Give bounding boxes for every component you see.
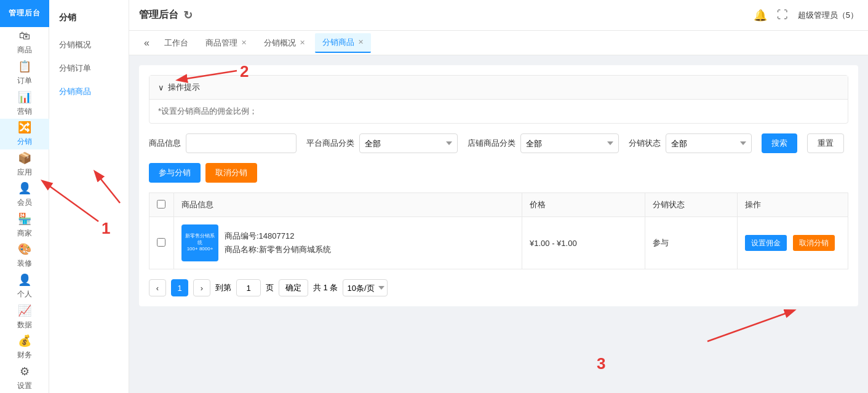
- col-dist-status: 分销状态: [645, 193, 738, 217]
- pagination: ‹ 1 › 到第 页 确定 共 1 条 10条/页 20条/页 50条/页: [149, 279, 848, 296]
- decoration-icon: 🎨: [18, 242, 31, 256]
- sidebar-item-goods[interactable]: 🛍 商品: [0, 27, 49, 58]
- page-label: 页: [266, 282, 274, 293]
- header-left: 管理后台 ↻: [139, 9, 193, 22]
- members-icon: 👤: [18, 181, 31, 195]
- sidebar-item-decoration[interactable]: 🎨 装修: [0, 240, 49, 271]
- dist-status-select[interactable]: 全部: [666, 133, 752, 153]
- per-page-select[interactable]: 10条/页 20条/页 50条/页: [343, 279, 388, 296]
- product-info-form-item: 商品信息: [149, 133, 297, 153]
- row-checkbox[interactable]: [157, 238, 165, 247]
- main-area: 管理后台 ↻ 🔔 ⛶ 超级管理员（5） « 工作台 商品管理 ✕ 分销概况 ✕ …: [129, 0, 868, 393]
- tab-bar: « 工作台 商品管理 ✕ 分销概况 ✕ 分销商品 ✕: [129, 31, 868, 55]
- row-ops-cell: 设置佣金 取消分销: [738, 217, 848, 269]
- tab-dist-products[interactable]: 分销商品 ✕: [315, 33, 371, 53]
- tab-close-icon[interactable]: ✕: [241, 39, 247, 47]
- select-all-col: [149, 193, 174, 217]
- action-row: 参与分销 取消分销: [149, 163, 848, 183]
- sub-sidebar-item-overview[interactable]: 分销概况: [49, 33, 129, 57]
- next-page-btn[interactable]: ›: [193, 279, 210, 296]
- product-info-input[interactable]: [186, 133, 297, 153]
- product-thumbnail: 新零售分销系统100+ 8000+: [181, 224, 218, 261]
- tab-label: 分销商品: [322, 37, 354, 48]
- sidebar-item-label: 设置: [17, 381, 32, 391]
- product-details: 商品编号:14807712 商品名称:新零售分销商城系统: [225, 231, 331, 255]
- settings-icon: ⚙: [20, 365, 30, 378]
- chevron-down-icon: ∨: [158, 83, 164, 92]
- sidebar-item-orders[interactable]: 📋 订单: [0, 58, 49, 89]
- tab-close-icon[interactable]: ✕: [358, 38, 364, 46]
- sub-sidebar-item-orders[interactable]: 分销订单: [49, 57, 129, 80]
- goto-confirm-btn[interactable]: 确定: [279, 279, 308, 296]
- sidebar-item-label: 订单: [17, 76, 32, 86]
- cancel-distribution-button[interactable]: 取消分销: [205, 163, 257, 183]
- row-dist-status-cell: 参与: [645, 217, 738, 269]
- tab-goods-mgmt[interactable]: 商品管理 ✕: [198, 34, 254, 52]
- sidebar-item-label: 营销: [17, 106, 32, 117]
- sidebar-item-finance[interactable]: 💰 财务: [0, 332, 49, 363]
- sidebar-item-label: 个人: [17, 289, 32, 300]
- tab-label: 工作台: [164, 38, 188, 49]
- sidebar-item-label: 装修: [17, 258, 32, 269]
- sidebar-item-merchants[interactable]: 🏪 商家: [0, 210, 49, 241]
- platform-category-form-item: 平台商品分类 全部: [306, 133, 458, 153]
- sub-sidebar: 分销 分销概况 分销订单 分销商品: [49, 0, 129, 393]
- prev-page-btn[interactable]: ‹: [149, 279, 166, 296]
- user-name[interactable]: 超级管理员（5）: [798, 10, 858, 21]
- reset-button[interactable]: 重置: [807, 133, 844, 153]
- apps-icon: 📦: [18, 151, 31, 165]
- refresh-icon[interactable]: ↻: [183, 9, 193, 22]
- select-all-checkbox[interactable]: [157, 200, 165, 208]
- row-price-cell: ¥1.00 - ¥1.00: [522, 217, 645, 269]
- total-label: 共 1 条: [313, 282, 338, 293]
- op-hint-title: 操作提示: [168, 82, 200, 93]
- notification-icon[interactable]: 🔔: [754, 9, 767, 22]
- sidebar-item-distribution[interactable]: 🔀 分销: [0, 119, 49, 149]
- tab-collapse-btn[interactable]: «: [139, 38, 154, 49]
- header-right: 🔔 ⛶ 超级管理员（5）: [754, 9, 858, 22]
- join-distribution-button[interactable]: 参与分销: [149, 163, 201, 183]
- op-hint-content: *设置分销商品的佣金比例；: [158, 106, 257, 116]
- sub-sidebar-item-products[interactable]: 分销商品: [49, 80, 129, 103]
- sidebar-item-label: 财务: [17, 350, 32, 360]
- tab-workbench[interactable]: 工作台: [157, 34, 196, 52]
- distribution-icon: 🔀: [18, 121, 31, 134]
- app-title: 管理后台: [139, 9, 178, 22]
- col-product-info: 商品信息: [174, 193, 522, 217]
- col-ops: 操作: [738, 193, 848, 217]
- sidebar: 管理后台 🛍 商品 📋 订单 📊 营销 🔀 分销 📦 应用 👤 会员 🏪 商家 …: [0, 0, 49, 393]
- platform-category-label: 平台商品分类: [306, 138, 354, 149]
- shop-category-form-item: 店铺商品分类 全部: [468, 133, 619, 153]
- tab-close-icon[interactable]: ✕: [300, 39, 305, 47]
- sidebar-item-apps[interactable]: 📦 应用: [0, 149, 49, 180]
- sidebar-item-personal[interactable]: 👤 个人: [0, 271, 49, 302]
- sidebar-item-marketing[interactable]: 📊 营销: [0, 88, 49, 119]
- top-header: 管理后台 ↻ 🔔 ⛶ 超级管理员（5）: [129, 0, 868, 31]
- sidebar-item-members[interactable]: 👤 会员: [0, 180, 49, 210]
- sidebar-item-label: 商品: [17, 45, 32, 55]
- table-row: 新零售分销系统100+ 8000+ 商品编号:14807712 商品名称:新零售…: [149, 217, 848, 269]
- page-1-btn[interactable]: 1: [171, 279, 188, 296]
- row-checkbox-cell: [149, 217, 174, 269]
- set-commission-button[interactable]: 设置佣金: [745, 235, 787, 251]
- sidebar-item-label: 分销: [17, 137, 32, 147]
- tab-label: 分销概况: [264, 38, 296, 49]
- op-hint-header[interactable]: ∨ 操作提示: [149, 76, 848, 100]
- sidebar-item-settings[interactable]: ⚙ 设置: [0, 362, 49, 393]
- platform-category-select[interactable]: 全部: [359, 133, 458, 153]
- fullscreen-icon[interactable]: ⛶: [777, 9, 788, 22]
- sidebar-item-label: 会员: [17, 197, 32, 208]
- sub-sidebar-title: 分销: [49, 6, 129, 33]
- finance-icon: 💰: [18, 334, 31, 347]
- col-price: 价格: [522, 193, 645, 217]
- goto-page-input[interactable]: [236, 279, 261, 296]
- tab-dist-overview[interactable]: 分销概况 ✕: [257, 34, 313, 52]
- shop-category-select[interactable]: 全部: [520, 133, 619, 153]
- sidebar-item-data[interactable]: 📈 数据: [0, 301, 49, 332]
- search-button[interactable]: 搜索: [762, 133, 797, 153]
- product-name: 商品名称:新零售分销商城系统: [225, 244, 331, 255]
- shop-category-label: 店铺商品分类: [468, 138, 516, 149]
- products-table: 商品信息 价格 分销状态 操作 新零售分: [149, 193, 848, 269]
- cancel-dist-row-button[interactable]: 取消分销: [793, 235, 835, 251]
- marketing-icon: 📊: [18, 90, 31, 104]
